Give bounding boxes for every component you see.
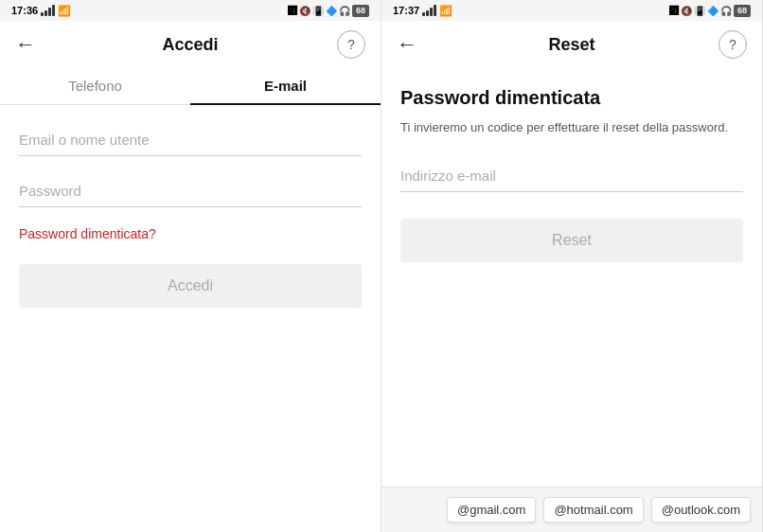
- nav-bar-right: ← Reset ?: [382, 21, 762, 68]
- battery-right: 68: [734, 5, 751, 17]
- email-suggestion-outlook[interactable]: @outlook.com: [651, 497, 751, 523]
- login-panel: 17:36 📶 🅽 🔇 📳 🔷 🎧 68 ← Accedi ? Telefono…: [0, 0, 382, 532]
- time-left: 17:36: [11, 5, 38, 16]
- wifi-icon-right: 📶: [439, 5, 452, 17]
- reset-form-area: Password dimenticata Ti invieremo un cod…: [382, 68, 762, 532]
- login-button[interactable]: Accedi: [19, 264, 362, 308]
- login-form: Password dimenticata? Accedi: [0, 105, 381, 532]
- status-icons-left: 🅽 🔇 📳 🔷 🎧 68: [288, 5, 369, 17]
- back-button-left[interactable]: ←: [15, 32, 44, 57]
- vibrate-icon-r: 📳: [694, 6, 705, 16]
- email-suggestion-hotmail[interactable]: @hotmail.com: [543, 497, 643, 523]
- status-bar-left: 17:36 📶 🅽 🔇 📳 🔷 🎧 68: [0, 0, 381, 21]
- email-input[interactable]: [19, 124, 362, 156]
- login-tabs: Telefono E-mail: [0, 68, 381, 105]
- forgot-password-link[interactable]: Password dimenticata?: [19, 226, 362, 241]
- nfc-icon: 🅽: [288, 6, 297, 16]
- help-button-left[interactable]: ?: [337, 30, 365, 59]
- email-suggestion-gmail[interactable]: @gmail.com: [447, 497, 536, 523]
- headphone-icon: 🎧: [339, 6, 350, 16]
- reset-email-input[interactable]: [400, 160, 743, 192]
- reset-button[interactable]: Reset: [400, 219, 743, 262]
- back-button-right[interactable]: ←: [397, 32, 425, 57]
- reset-description: Ti invieremo un codice per effettuare il…: [400, 118, 743, 137]
- nav-bar-left: ← Accedi ?: [0, 21, 381, 68]
- email-suggestions-bar: @gmail.com @hotmail.com @outlook.com: [382, 487, 762, 532]
- status-bar-right: 17:37 📶 🅽 🔇 📳 🔷 🎧 68: [382, 0, 762, 21]
- bt-icon-r: 🔷: [707, 6, 719, 16]
- help-button-right[interactable]: ?: [719, 30, 747, 59]
- tab-telefono[interactable]: Telefono: [0, 68, 190, 105]
- reset-panel: 17:37 📶 🅽 🔇 📳 🔷 🎧 68 ← Reset ? Password …: [382, 0, 763, 532]
- nav-title-left: Accedi: [44, 35, 337, 55]
- signal-bars-left: [41, 5, 55, 16]
- mute-icon: 🔇: [299, 6, 311, 16]
- nav-title-right: Reset: [425, 35, 719, 55]
- password-input[interactable]: [19, 175, 362, 207]
- tab-email[interactable]: E-mail: [190, 68, 381, 105]
- nfc-icon-r: 🅽: [669, 6, 679, 16]
- vibrate-icon: 📳: [312, 6, 324, 16]
- battery-left: 68: [352, 5, 369, 17]
- signal-bars-right: [422, 5, 436, 16]
- mute-icon-r: 🔇: [681, 6, 692, 16]
- bt-icon: 🔷: [326, 6, 337, 16]
- headphone-icon-r: 🎧: [720, 6, 732, 16]
- status-icons-right: 🅽 🔇 📳 🔷 🎧 68: [669, 5, 751, 17]
- reset-heading: Password dimenticata: [400, 87, 743, 109]
- time-right: 17:37: [393, 5, 419, 16]
- wifi-icon-left: 📶: [58, 5, 71, 17]
